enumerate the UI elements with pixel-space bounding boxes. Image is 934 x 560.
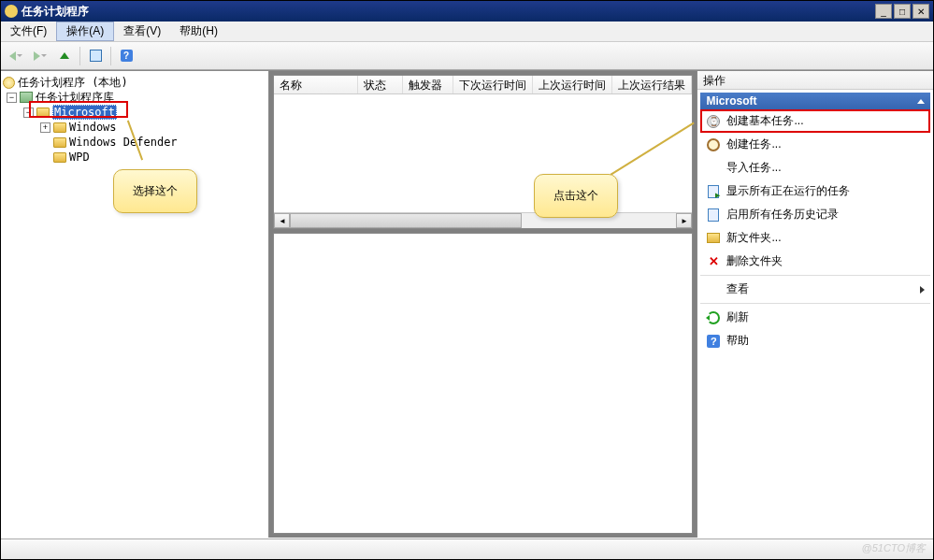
action-separator (700, 303, 930, 304)
center-panel: 名称 状态 触发器 下次运行时间 上次运行时间 上次运行结果 ◄ ► (269, 71, 697, 538)
action-create-task[interactable]: 创建任务... (700, 133, 930, 156)
main-content: 任务计划程序 (本地) − 任务计划程序库 − Microsoft + Wind… (1, 70, 933, 538)
callout-select: 选择这个 (113, 169, 197, 213)
action-import-task[interactable]: 导入任务... (700, 156, 930, 179)
action-view[interactable]: 查看 (700, 278, 930, 301)
list-body[interactable] (274, 94, 692, 212)
tree-toggle-icon[interactable]: − (23, 108, 34, 118)
col-last-result[interactable]: 上次运行结果 (612, 76, 692, 93)
action-delete-folder[interactable]: ✕ 删除文件夹 (700, 250, 930, 273)
blank-icon (706, 161, 721, 176)
toolbar: ? (1, 42, 933, 70)
close-button[interactable]: ✕ (912, 4, 929, 19)
help-icon: ? (706, 334, 721, 349)
col-trigger[interactable]: 触发器 (403, 76, 453, 93)
window-title: 任务计划程序 (22, 4, 875, 20)
tree-microsoft[interactable]: − Microsoft (3, 105, 266, 120)
callout-click: 点击这个 (534, 174, 618, 218)
actions-panel: 操作 Microsoft ⌚ 创建基本任务... 创建任务... 导入任务... (697, 71, 933, 538)
menu-action[interactable]: 操作(A) (56, 22, 114, 41)
folder-icon (53, 137, 66, 148)
action-help[interactable]: ? 帮助 (700, 329, 930, 352)
tree-toggle-icon[interactable]: − (7, 93, 17, 103)
menubar: 文件(F) 操作(A) 查看(V) 帮助(H) (1, 22, 933, 42)
tree-library[interactable]: − 任务计划程序库 (3, 90, 266, 105)
nav-forward-button (29, 45, 51, 67)
nav-up-button[interactable] (53, 45, 76, 67)
action-label: 导入任务... (726, 160, 781, 176)
action-label: 启用所有任务历史记录 (726, 207, 839, 223)
window-controls: _ □ ✕ (875, 4, 929, 19)
calendar-icon: ⌚ (706, 114, 721, 129)
library-icon (20, 92, 33, 103)
folder-icon (36, 108, 50, 118)
action-new-folder[interactable]: 新文件夹... (700, 226, 930, 250)
menu-file[interactable]: 文件(F) (1, 22, 56, 41)
toolbar-separator (79, 47, 80, 65)
scheduler-icon (3, 77, 15, 89)
new-folder-icon (706, 231, 721, 246)
action-refresh[interactable]: 刷新 (700, 306, 930, 329)
action-separator (700, 275, 930, 276)
tree-windows-label: Windows (69, 121, 117, 134)
maximize-button[interactable]: □ (894, 4, 911, 19)
action-label: 新文件夹... (726, 230, 781, 246)
action-label: 帮助 (726, 333, 749, 349)
scroll-left-button[interactable]: ◄ (274, 213, 290, 228)
task-list: 名称 状态 触发器 下次运行时间 上次运行时间 上次运行结果 ◄ ► (273, 75, 693, 229)
clock-icon (706, 137, 721, 152)
action-label: 查看 (726, 281, 749, 297)
history-icon (706, 208, 721, 223)
delete-icon: ✕ (706, 254, 721, 269)
tree-root[interactable]: 任务计划程序 (本地) (3, 75, 266, 90)
col-last-run[interactable]: 上次运行时间 (533, 76, 612, 93)
tree-wpd[interactable]: WPD (3, 150, 266, 165)
section-title: Microsoft (706, 94, 756, 108)
toolbar-refresh-button[interactable] (84, 45, 107, 67)
action-label: 删除文件夹 (726, 253, 783, 269)
action-label: 创建基本任务... (726, 113, 803, 129)
refresh-icon (706, 310, 721, 325)
action-enable-history[interactable]: 启用所有任务历史记录 (700, 203, 930, 226)
minimize-button[interactable]: _ (875, 4, 892, 19)
watermark: @51CTO博客 (862, 541, 926, 555)
actions-panel-title: 操作 (697, 71, 933, 90)
tree-wpd-label: WPD (69, 151, 90, 164)
folder-icon (53, 152, 66, 163)
col-status[interactable]: 状态 (358, 76, 403, 93)
actions-section-header[interactable]: Microsoft (700, 93, 930, 109)
collapse-arrow-icon (917, 99, 925, 104)
blank-icon (706, 282, 721, 297)
tree-library-label: 任务计划程序库 (36, 90, 114, 106)
statusbar (1, 538, 933, 559)
action-create-basic-task[interactable]: ⌚ 创建基本任务... (700, 109, 930, 133)
scroll-thumb[interactable] (290, 213, 522, 228)
nav-back-button (5, 45, 27, 67)
tree-defender-label: Windows Defender (69, 136, 178, 149)
titlebar: 任务计划程序 _ □ ✕ (1, 1, 933, 22)
col-name[interactable]: 名称 (274, 76, 358, 93)
actions-body: Microsoft ⌚ 创建基本任务... 创建任务... 导入任务... 显示… (697, 90, 933, 538)
toolbar-separator (110, 47, 111, 65)
tree-root-label: 任务计划程序 (本地) (18, 75, 128, 91)
action-label: 显示所有正在运行的任务 (726, 183, 850, 199)
tree-toggle-icon[interactable]: + (40, 122, 50, 133)
running-tasks-icon (706, 184, 721, 199)
folder-icon (53, 122, 66, 133)
list-header: 名称 状态 触发器 下次运行时间 上次运行时间 上次运行结果 (274, 76, 692, 94)
detail-view (273, 233, 693, 534)
toolbar-help-button[interactable]: ? (115, 45, 137, 67)
menu-view[interactable]: 查看(V) (114, 22, 170, 41)
submenu-arrow-icon (920, 286, 925, 294)
callout-text: 选择这个 (133, 184, 178, 197)
app-icon (5, 5, 18, 18)
action-label: 刷新 (726, 309, 749, 325)
scroll-right-button[interactable]: ► (676, 213, 692, 228)
horizontal-scrollbar[interactable]: ◄ ► (274, 212, 692, 228)
col-next-run[interactable]: 下次运行时间 (453, 76, 533, 93)
callout-text: 点击这个 (553, 189, 598, 202)
action-show-running[interactable]: 显示所有正在运行的任务 (700, 179, 930, 203)
tree-windows[interactable]: + Windows (3, 120, 266, 135)
tree-microsoft-label: Microsoft (52, 105, 117, 120)
menu-help[interactable]: 帮助(H) (170, 22, 227, 41)
